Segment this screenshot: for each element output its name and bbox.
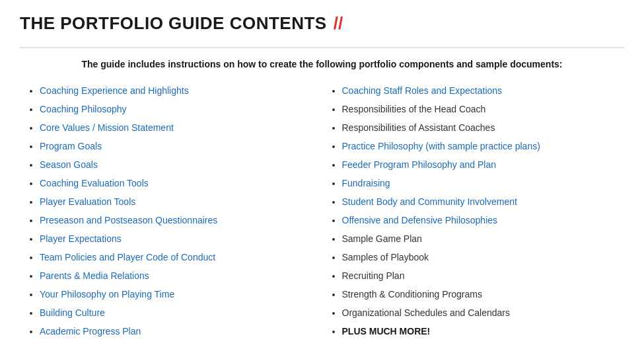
right-column: Coaching Staff Roles and ExpectationsRes… bbox=[322, 84, 625, 343]
right-list: Coaching Staff Roles and ExpectationsRes… bbox=[329, 84, 618, 339]
left-list: Coaching Experience and HighlightsCoachi… bbox=[26, 84, 316, 339]
list-item: Coaching Staff Roles and Expectations bbox=[342, 84, 618, 98]
title-section: THE PORTFOLIO GUIDE CONTENTS // bbox=[20, 13, 624, 34]
left-link-9[interactable]: Team Policies and Player Code of Conduct bbox=[40, 252, 215, 262]
left-link-11[interactable]: Your Philosophy on Playing Time bbox=[40, 289, 174, 299]
right-plain-12: Organizational Schedules and Calendars bbox=[342, 307, 511, 318]
list-item: Feeder Program Philosophy and Plan bbox=[342, 158, 618, 172]
left-link-12[interactable]: Building Culture bbox=[40, 307, 105, 318]
list-item: Team Policies and Player Code of Conduct bbox=[40, 251, 316, 264]
list-item: Offensive and Defensive Philosophies bbox=[342, 214, 618, 227]
page-title: THE PORTFOLIO GUIDE CONTENTS bbox=[20, 13, 327, 34]
left-link-10[interactable]: Parents & Media Relations bbox=[40, 270, 149, 281]
left-column: Coaching Experience and HighlightsCoachi… bbox=[20, 84, 322, 343]
list-item: Preseason and Postseason Questionnaires bbox=[40, 214, 316, 227]
right-bold-13: PLUS MUCH MORE! bbox=[342, 326, 431, 337]
list-item: Parents & Media Relations bbox=[40, 269, 316, 283]
list-item: Academic Progress Plan bbox=[40, 325, 316, 339]
list-item: Your Philosophy on Playing Time bbox=[40, 288, 316, 301]
list-item: Coaching Philosophy bbox=[40, 102, 316, 116]
list-item: Responsibilities of the Head Coach bbox=[342, 102, 618, 116]
list-item: Coaching Experience and Highlights bbox=[40, 84, 316, 98]
right-plain-1: Responsibilities of the Head Coach bbox=[342, 104, 486, 114]
right-plain-11: Strength & Conditioning Programs bbox=[342, 289, 482, 299]
right-link-7[interactable]: Offensive and Defensive Philosophies bbox=[342, 215, 498, 225]
left-link-1[interactable]: Coaching Philosophy bbox=[40, 104, 127, 114]
list-item: Student Body and Community Involvement bbox=[342, 195, 618, 209]
list-item: Program Goals bbox=[40, 140, 316, 153]
subtitle-text: The guide includes instructions on how t… bbox=[20, 59, 624, 69]
right-plain-10: Recruiting Plan bbox=[342, 270, 405, 281]
right-plain-8: Sample Game Plan bbox=[342, 233, 422, 244]
page-container: THE PORTFOLIO GUIDE CONTENTS // The guid… bbox=[0, 0, 644, 359]
right-link-5[interactable]: Fundraising bbox=[342, 178, 390, 188]
right-plain-9: Samples of Playbook bbox=[342, 252, 429, 262]
list-item: Practice Philosophy (with sample practic… bbox=[342, 140, 618, 153]
right-link-6[interactable]: Student Body and Community Involvement bbox=[342, 196, 517, 207]
right-plain-2: Responsibilities of Assistant Coaches bbox=[342, 122, 495, 133]
list-item: Responsibilities of Assistant Coaches bbox=[342, 121, 618, 135]
list-item: Sample Game Plan bbox=[342, 232, 618, 246]
right-link-0[interactable]: Coaching Staff Roles and Expectations bbox=[342, 85, 503, 96]
right-link-4[interactable]: Feeder Program Philosophy and Plan bbox=[342, 159, 496, 170]
left-link-2[interactable]: Core Values / Mission Statement bbox=[40, 122, 174, 133]
list-item: Core Values / Mission Statement bbox=[40, 121, 316, 135]
list-item: Player Evaluation Tools bbox=[40, 195, 316, 209]
list-item: Recruiting Plan bbox=[342, 269, 618, 283]
left-link-0[interactable]: Coaching Experience and Highlights bbox=[40, 85, 189, 96]
right-link-3[interactable]: Practice Philosophy (with sample practic… bbox=[342, 141, 540, 151]
title-divider bbox=[20, 47, 624, 48]
left-link-8[interactable]: Player Expectations bbox=[40, 233, 122, 244]
left-link-5[interactable]: Coaching Evaluation Tools bbox=[40, 178, 149, 188]
list-item: Fundraising bbox=[342, 177, 618, 190]
content-columns: Coaching Experience and HighlightsCoachi… bbox=[20, 84, 624, 343]
left-link-6[interactable]: Player Evaluation Tools bbox=[40, 196, 135, 207]
left-link-7[interactable]: Preseason and Postseason Questionnaires bbox=[40, 215, 217, 225]
list-item: Coaching Evaluation Tools bbox=[40, 177, 316, 190]
left-link-13[interactable]: Academic Progress Plan bbox=[40, 326, 141, 337]
list-item: Building Culture bbox=[40, 306, 316, 320]
list-item: Season Goals bbox=[40, 158, 316, 172]
list-item: Player Expectations bbox=[40, 232, 316, 246]
title-decoration: // bbox=[334, 13, 343, 34]
left-link-3[interactable]: Program Goals bbox=[40, 141, 102, 151]
list-item: Organizational Schedules and Calendars bbox=[342, 306, 618, 320]
list-item: Samples of Playbook bbox=[342, 251, 618, 264]
left-link-4[interactable]: Season Goals bbox=[40, 159, 98, 170]
list-item: Strength & Conditioning Programs bbox=[342, 288, 618, 301]
list-item: PLUS MUCH MORE! bbox=[342, 325, 618, 339]
